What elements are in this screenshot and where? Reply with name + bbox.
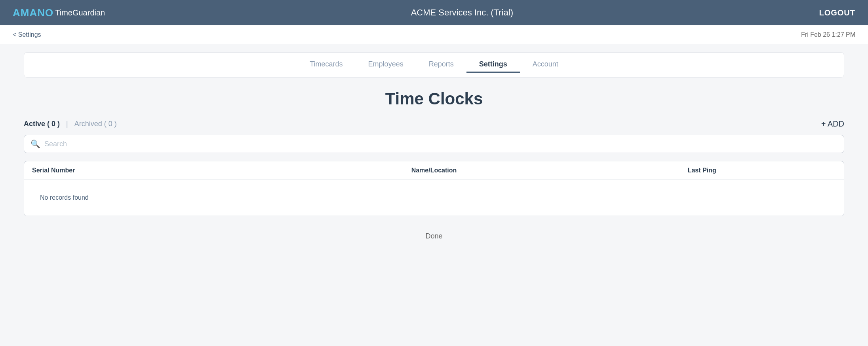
tab-settings[interactable]: Settings xyxy=(466,57,520,73)
tab-employees[interactable]: Employees xyxy=(356,57,416,73)
done-container: Done xyxy=(24,232,844,256)
header: AMANO TimeGuardian ACME Services Inc. (T… xyxy=(0,0,868,25)
done-button[interactable]: Done xyxy=(425,232,442,240)
table: Serial Number Name/Location Last Ping No… xyxy=(24,161,844,216)
logout-button[interactable]: LOGOUT xyxy=(819,8,855,17)
table-header: Serial Number Name/Location Last Ping xyxy=(24,161,844,180)
logo-timeguardian: TimeGuardian xyxy=(55,8,105,17)
column-serial: Serial Number xyxy=(32,167,300,174)
tab-timecards[interactable]: Timecards xyxy=(297,57,355,73)
company-name: ACME Services Inc. (Trial) xyxy=(411,8,513,18)
add-button[interactable]: + ADD xyxy=(821,119,844,129)
column-name: Name/Location xyxy=(300,167,568,174)
column-ping: Last Ping xyxy=(568,167,836,174)
search-container: 🔍 xyxy=(24,135,844,153)
filter-archived[interactable]: Archived ( 0 ) xyxy=(74,120,117,128)
filter-divider: | xyxy=(66,120,68,128)
search-input[interactable] xyxy=(44,140,838,148)
no-records-text: No records found xyxy=(32,186,300,209)
logo-amano: AMANO xyxy=(13,7,53,19)
main-content: Time Clocks Active ( 0 ) | Archived ( 0 … xyxy=(24,78,844,268)
filter-bar: Active ( 0 ) | Archived ( 0 ) + ADD xyxy=(24,119,844,129)
nav-bar: Timecards Employees Reports Settings Acc… xyxy=(24,52,844,78)
tab-reports[interactable]: Reports xyxy=(416,57,466,73)
logo: AMANO TimeGuardian xyxy=(13,7,105,19)
filter-tabs: Active ( 0 ) | Archived ( 0 ) xyxy=(24,120,117,128)
search-icon: 🔍 xyxy=(30,139,40,149)
sub-header: < Settings Fri Feb 26 1:27 PM xyxy=(0,25,868,44)
datetime: Fri Feb 26 1:27 PM xyxy=(801,31,855,38)
back-link[interactable]: < Settings xyxy=(13,31,41,38)
filter-active[interactable]: Active ( 0 ) xyxy=(24,120,60,128)
tab-account[interactable]: Account xyxy=(520,57,571,73)
table-row: No records found xyxy=(24,180,844,216)
page-title: Time Clocks xyxy=(24,89,844,108)
